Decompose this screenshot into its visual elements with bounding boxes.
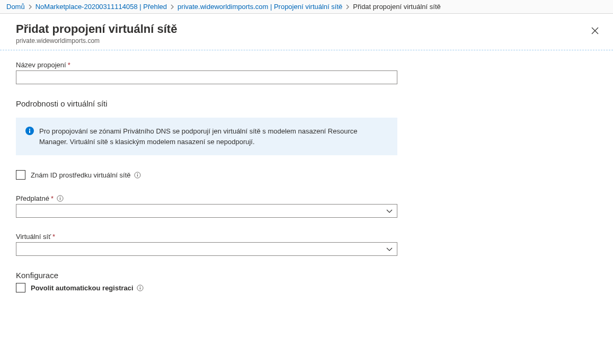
chevron-down-icon xyxy=(386,245,393,253)
subscription-select[interactable] xyxy=(16,204,397,218)
breadcrumb-link-home[interactable]: Domů xyxy=(6,3,25,11)
page-title: Přidat propojení virtuální sítě xyxy=(16,22,587,36)
field-vnet: Virtuální síť * xyxy=(16,233,387,256)
required-indicator: * xyxy=(52,233,55,241)
vnet-label: Virtuální síť * xyxy=(16,233,387,241)
form-content: Název propojení * Podrobnosti o virtuáln… xyxy=(0,50,403,308)
link-name-label: Název propojení * xyxy=(16,61,387,69)
subscription-label: Předplatné * xyxy=(16,194,387,202)
svg-rect-7 xyxy=(60,198,60,200)
close-button[interactable] xyxy=(587,22,603,39)
breadcrumb-link-dnszone[interactable]: private.wideworldimports.com | Propojení… xyxy=(177,3,342,11)
auto-register-label: Povolit automatickou registraci xyxy=(31,284,134,292)
field-subscription: Předplatné * xyxy=(16,194,387,218)
chevron-down-icon xyxy=(386,207,393,215)
vnet-section-heading: Podrobnosti o virtuální síti xyxy=(16,99,387,108)
know-resource-id-label: Znám ID prostředku virtuální sítě xyxy=(31,171,131,179)
required-indicator: * xyxy=(51,194,54,202)
svg-rect-4 xyxy=(137,174,137,176)
link-name-input[interactable] xyxy=(16,70,397,84)
chevron-right-icon xyxy=(28,4,32,10)
info-banner-text: Pro propojování se zónami Privátního DNS… xyxy=(39,126,388,147)
info-icon[interactable] xyxy=(57,195,64,202)
auto-register-checkbox[interactable] xyxy=(16,283,25,292)
panel-header: Přidat propojení virtuální sítě private.… xyxy=(0,14,613,50)
info-icon[interactable] xyxy=(137,285,144,291)
know-resource-id-checkbox[interactable] xyxy=(16,170,25,180)
close-icon xyxy=(591,27,599,34)
link-name-label-text: Název propojení xyxy=(16,61,66,69)
svg-rect-11 xyxy=(139,286,140,287)
vnet-select[interactable] xyxy=(16,242,397,256)
breadcrumb: Domů NoMarketplace-20200311114058 | Přeh… xyxy=(0,0,613,14)
svg-rect-5 xyxy=(137,173,137,174)
field-auto-register: Povolit automatickou registraci xyxy=(16,283,387,292)
info-icon[interactable] xyxy=(134,172,141,179)
svg-rect-10 xyxy=(139,287,140,289)
info-icon xyxy=(25,127,34,147)
svg-rect-1 xyxy=(29,130,30,133)
config-heading: Konfigurace xyxy=(16,271,387,280)
svg-rect-2 xyxy=(29,129,30,130)
chevron-right-icon xyxy=(170,4,174,10)
info-banner: Pro propojování se zónami Privátního DNS… xyxy=(16,118,397,155)
chevron-right-icon xyxy=(345,4,350,10)
breadcrumb-link-marketplace[interactable]: NoMarketplace-20200311114058 | Přehled xyxy=(35,3,167,11)
svg-rect-8 xyxy=(60,197,60,197)
page-subtitle: private.wideworldimports.com xyxy=(16,37,587,45)
vnet-label-text: Virtuální síť xyxy=(16,233,51,241)
subscription-label-text: Předplatné xyxy=(16,194,49,202)
breadcrumb-current: Přidat propojení virtuální sítě xyxy=(353,3,440,11)
required-indicator: * xyxy=(68,61,70,69)
field-link-name: Název propojení * xyxy=(16,61,387,84)
field-know-resource-id: Znám ID prostředku virtuální sítě xyxy=(16,170,387,180)
